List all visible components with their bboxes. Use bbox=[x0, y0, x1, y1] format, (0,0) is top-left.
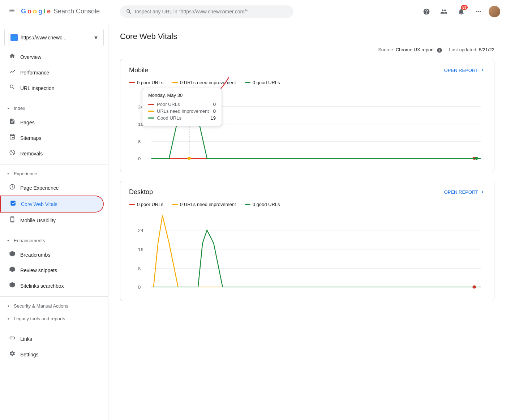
chevron-right-icon bbox=[6, 304, 11, 309]
tooltip: Monday, May 30 Poor URLs 0 URLs need imp… bbox=[142, 88, 222, 126]
sidebar-item-label: Pages bbox=[20, 120, 35, 125]
sidebar-item-settings[interactable]: Settings bbox=[0, 347, 104, 362]
experience-section-label: Experience bbox=[14, 171, 37, 176]
topbar-right: 53 bbox=[419, 4, 500, 19]
menu-icon[interactable] bbox=[6, 4, 18, 18]
removals-icon bbox=[9, 149, 16, 158]
good-dot bbox=[245, 204, 250, 205]
chevron-down-icon bbox=[6, 106, 11, 111]
search-bar[interactable] bbox=[120, 5, 293, 18]
apps-button[interactable] bbox=[471, 4, 486, 19]
desktop-legend: 0 poor URLs 0 URLs need improvement 0 go… bbox=[120, 202, 494, 211]
sidebar: 🌐 https://www.cnewc... ▾ Overview Perfor… bbox=[0, 23, 108, 420]
sidebar-item-core-web-vitals[interactable]: Core Web Vitals bbox=[1, 196, 103, 212]
svg-text:8: 8 bbox=[138, 266, 141, 271]
sitemaps-icon bbox=[9, 134, 16, 142]
mobile-open-report-link[interactable]: OPEN REPORT bbox=[444, 67, 485, 73]
avatar[interactable] bbox=[489, 6, 500, 17]
sidebar-item-performance[interactable]: Performance bbox=[0, 65, 104, 80]
sidebar-item-label: Sitemaps bbox=[20, 135, 41, 141]
sidebar-item-mobile-usability[interactable]: Mobile Usability bbox=[0, 213, 104, 228]
experience-section-header[interactable]: Experience bbox=[0, 167, 108, 180]
divider bbox=[0, 296, 108, 297]
users-button[interactable] bbox=[437, 4, 451, 19]
security-section-header[interactable]: Security & Manual Actions bbox=[0, 300, 108, 312]
last-updated-label: Last updated: bbox=[449, 47, 477, 52]
sidebar-item-label: Page Experience bbox=[20, 185, 59, 191]
info-icon bbox=[437, 47, 442, 53]
pages-icon bbox=[9, 118, 16, 127]
sidebar-item-review-snippets[interactable]: Review snippets bbox=[0, 262, 104, 278]
sidebar-item-label: Settings bbox=[20, 352, 39, 357]
poor-dot bbox=[129, 82, 135, 83]
needs-dash bbox=[148, 111, 154, 112]
sidebar-item-label: Breadcrumbs bbox=[20, 252, 50, 258]
chevron-down-icon bbox=[6, 171, 11, 176]
main-content: Core Web Vitals Source: Chrome UX report… bbox=[108, 23, 506, 420]
tooltip-row-poor: Poor URLs 0 bbox=[148, 101, 216, 108]
search-small-icon bbox=[9, 84, 16, 92]
product-name: Search Console bbox=[53, 8, 100, 15]
desktop-open-report-link[interactable]: OPEN REPORT bbox=[444, 189, 485, 195]
sidebar-item-sitelinks-searchbox[interactable]: Sitelinks searchbox bbox=[0, 278, 104, 293]
legend-item-poor: 0 poor URLs bbox=[129, 202, 163, 207]
sidebar-item-label: Removals bbox=[20, 151, 43, 157]
index-section-header[interactable]: Index bbox=[0, 102, 108, 115]
chevron-right-icon bbox=[480, 189, 485, 195]
topbar-left: Google Search Console bbox=[6, 4, 114, 18]
sidebar-item-label: Core Web Vitals bbox=[21, 201, 57, 207]
source-label: Source: bbox=[378, 47, 394, 52]
chevron-down-icon bbox=[6, 238, 11, 243]
url-inspect-input[interactable] bbox=[135, 9, 288, 14]
google-logo: Google Search Console bbox=[21, 8, 100, 15]
sidebar-item-removals[interactable]: Removals bbox=[0, 146, 104, 161]
sidebar-item-breadcrumbs[interactable]: Breadcrumbs bbox=[0, 247, 104, 262]
last-updated-value: 8/21/22 bbox=[479, 47, 494, 52]
sidebar-item-label: Mobile Usability bbox=[20, 218, 56, 223]
topbar: Google Search Console 53 bbox=[0, 0, 506, 23]
sidebar-item-pages[interactable]: Pages bbox=[0, 115, 104, 130]
enhancements-section-header[interactable]: Enhancements bbox=[0, 234, 108, 247]
mobile-card-header: Mobile OPEN REPORT bbox=[120, 59, 494, 80]
legend-item-good: 0 good URLs bbox=[245, 80, 280, 85]
site-url: https://www.cnewc... bbox=[21, 35, 91, 40]
desktop-chart-area: 0 8 16 24 5/25/22 6/6/22 6/18/22 6/30/22… bbox=[120, 211, 494, 301]
svg-text:8: 8 bbox=[138, 140, 141, 144]
performance-icon bbox=[9, 68, 16, 77]
svg-text:24: 24 bbox=[138, 228, 143, 233]
svg-text:0: 0 bbox=[138, 157, 141, 161]
svg-text:16: 16 bbox=[138, 247, 143, 252]
search-icon bbox=[126, 8, 132, 15]
site-icon: 🌐 bbox=[10, 34, 18, 41]
sidebar-item-sitemaps[interactable]: Sitemaps bbox=[0, 130, 104, 146]
review-snippets-icon bbox=[9, 266, 16, 274]
tooltip-date: Monday, May 30 bbox=[148, 93, 216, 98]
index-section-label: Index bbox=[14, 106, 25, 111]
good-dash bbox=[148, 117, 154, 119]
sidebar-item-overview[interactable]: Overview bbox=[0, 49, 104, 65]
tooltip-row-good: Good URLs 19 bbox=[148, 115, 216, 121]
help-button[interactable] bbox=[419, 4, 434, 19]
divider bbox=[0, 99, 108, 99]
svg-marker-2 bbox=[10, 267, 15, 272]
svg-marker-3 bbox=[10, 282, 15, 288]
notification-count: 53 bbox=[461, 5, 468, 10]
svg-point-24 bbox=[187, 157, 191, 160]
sidebar-item-page-experience[interactable]: Page Experience bbox=[0, 180, 104, 196]
legend-item-good: 0 good URLs bbox=[245, 202, 280, 207]
poor-dash bbox=[148, 104, 154, 105]
sidebar-item-links[interactable]: Links bbox=[0, 331, 104, 347]
svg-text:0: 0 bbox=[138, 285, 141, 290]
mobile-chart-area: Monday, May 30 Poor URLs 0 URLs need imp… bbox=[120, 90, 494, 172]
sidebar-item-url-inspection[interactable]: URL inspection bbox=[0, 80, 104, 96]
legacy-section-header[interactable]: Legacy tools and reports bbox=[0, 312, 108, 325]
mobile-card-title: Mobile bbox=[129, 67, 148, 74]
good-dot bbox=[245, 82, 250, 83]
tooltip-row-needs: URLs need improvement 0 bbox=[148, 108, 216, 115]
page-experience-icon bbox=[9, 184, 16, 192]
dropdown-arrow-icon: ▾ bbox=[94, 34, 98, 42]
notifications-button[interactable]: 53 bbox=[454, 4, 468, 19]
site-selector[interactable]: 🌐 https://www.cnewc... ▾ bbox=[4, 29, 104, 46]
desktop-chart: 0 8 16 24 5/25/22 6/6/22 6/18/22 6/30/22… bbox=[129, 211, 485, 291]
divider bbox=[0, 164, 108, 164]
